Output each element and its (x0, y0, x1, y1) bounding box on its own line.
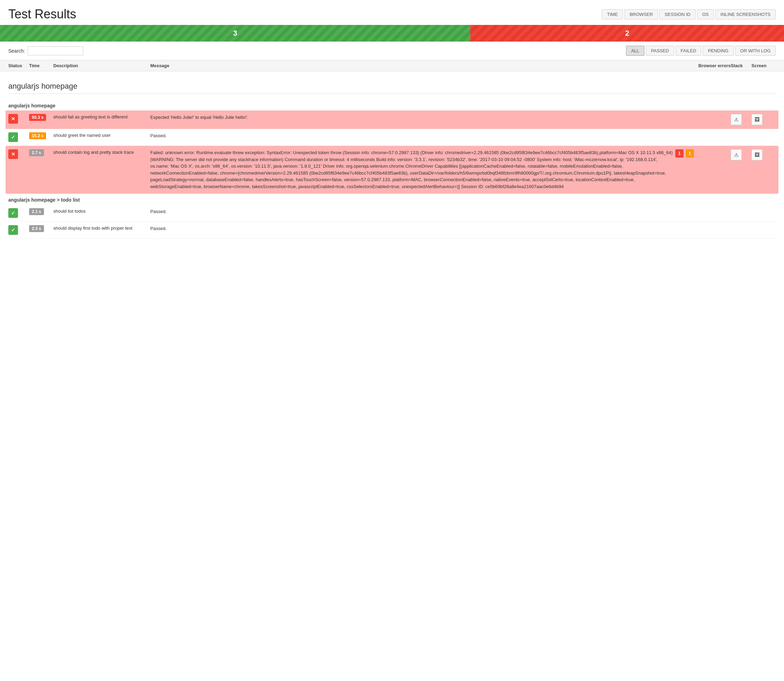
col-header-browser-errors: Browser errors (675, 63, 731, 68)
progress-fail: 2 (470, 25, 784, 41)
message-cell: Passed. (150, 208, 675, 215)
screen-button[interactable]: 🖼 (751, 149, 762, 160)
search-input[interactable] (28, 46, 83, 55)
time-badge: 2.3 s (29, 225, 44, 232)
error-count-badge: 1 (686, 149, 694, 158)
sub-suite-name: angularjs homepage > todo list (8, 194, 776, 205)
header-btn-os[interactable]: OS (697, 10, 714, 19)
header-btn-inline-screenshots[interactable]: INLINE SCREENSHOTS (715, 10, 776, 19)
table-row: ✓2.1 sshould list todosPassed. (8, 205, 776, 222)
search-filter-row: Search: ALLPASSEDFAILEDPENDINGOR WITH LO… (0, 41, 784, 60)
stack-button[interactable]: ⚠ (731, 114, 742, 125)
stack-button[interactable]: ⚠ (731, 149, 742, 160)
col-header-time: Time (29, 63, 53, 68)
screen-button[interactable]: 🖼 (751, 114, 762, 125)
progress-bar: 3 2 (0, 25, 784, 41)
time-cell: 15.2 s (29, 132, 53, 139)
time-badge: 2.1 s (29, 208, 44, 215)
page-header: Test Results TIMEBROWSERSESSION IDOSINLI… (0, 0, 784, 25)
error-count-badge: 1 (675, 149, 684, 158)
time-badge: 2.7 s (29, 149, 44, 156)
filter-btn-passed[interactable]: PASSED (646, 46, 674, 56)
filter-btn-all[interactable]: ALL (626, 46, 645, 56)
status-cell: ✕ (8, 149, 29, 159)
filter-buttons: ALLPASSEDFAILEDPENDINGOR WITH LOG (626, 46, 776, 56)
header-btn-time[interactable]: TIME (602, 10, 623, 19)
fail-count: 2 (625, 29, 629, 38)
fail-icon: ✕ (8, 149, 18, 159)
time-cell: 2.3 s (29, 225, 53, 232)
filter-btn-failed[interactable]: FAILED (676, 46, 702, 56)
table-header: Status Time Description Message Browser … (0, 60, 784, 71)
col-header-description: Description (53, 63, 150, 68)
screen-cell: 🖼 (751, 114, 776, 125)
col-header-screen: Screen (751, 63, 776, 68)
message-cell: Failed: unknown error: Runtime.evaluate … (150, 149, 675, 190)
pass-icon: ✓ (8, 208, 18, 218)
message-cell: Passed. (150, 132, 675, 139)
table-row: ✕2.7 sshould contain log and pretty stac… (6, 146, 778, 194)
header-btn-browser[interactable]: BROWSER (624, 10, 658, 19)
suite-section: angularjs homepageangularjs homepage✕50.… (0, 82, 784, 239)
time-cell: 50.3 s (29, 114, 53, 121)
stack-cell: ⚠ (731, 149, 751, 160)
table-row: ✓15.2 sshould greet the named userPassed… (8, 129, 776, 146)
pass-icon: ✓ (8, 225, 18, 235)
progress-pass: 3 (0, 25, 470, 41)
pass-count: 3 (233, 29, 237, 38)
description-cell: should greet the named user (53, 132, 150, 139)
time-badge: 50.3 s (29, 114, 46, 121)
search-label: Search: (8, 48, 25, 54)
table-row: ✓2.3 sshould display first todo with pro… (8, 222, 776, 239)
status-cell: ✓ (8, 132, 29, 142)
pass-icon: ✓ (8, 132, 18, 142)
status-cell: ✓ (8, 208, 29, 218)
message-cell: Expected 'Hello Julie!' to equal 'Hello … (150, 114, 675, 121)
header-btn-session-id[interactable]: SESSION ID (659, 10, 695, 19)
description-cell: should display first todo with proper te… (53, 225, 150, 231)
time-cell: 2.7 s (29, 149, 53, 156)
description-cell: should fail as greeting text is differen… (53, 114, 150, 120)
col-header-message: Message (150, 63, 675, 68)
status-cell: ✕ (8, 114, 29, 124)
header-buttons: TIMEBROWSERSESSION IDOSINLINE SCREENSHOT… (602, 10, 776, 19)
screen-cell: 🖼 (751, 149, 776, 160)
stack-cell: ⚠ (731, 114, 751, 125)
page-title: Test Results (8, 7, 76, 22)
table-row: ✕50.3 sshould fail as greeting text is d… (6, 111, 778, 129)
status-cell: ✓ (8, 225, 29, 235)
browser-errors-cell: 11 (675, 149, 731, 158)
time-badge: 15.2 s (29, 132, 46, 139)
filter-btn-or-with-log[interactable]: OR WITH LOG (735, 46, 776, 56)
time-cell: 2.1 s (29, 208, 53, 215)
filter-btn-pending[interactable]: PENDING (703, 46, 733, 56)
description-cell: should contain log and pretty stack trac… (53, 149, 150, 155)
search-row: Search: (8, 46, 83, 55)
sub-suite-name: angularjs homepage (8, 100, 776, 111)
suite-title: angularjs homepage (8, 82, 776, 94)
fail-icon: ✕ (8, 114, 18, 124)
description-cell: should list todos (53, 208, 150, 214)
message-cell: Passed. (150, 225, 675, 232)
col-header-status: Status (8, 63, 29, 68)
col-header-stack: Stack (731, 63, 751, 68)
main-content: angularjs homepageangularjs homepage✕50.… (0, 82, 784, 239)
